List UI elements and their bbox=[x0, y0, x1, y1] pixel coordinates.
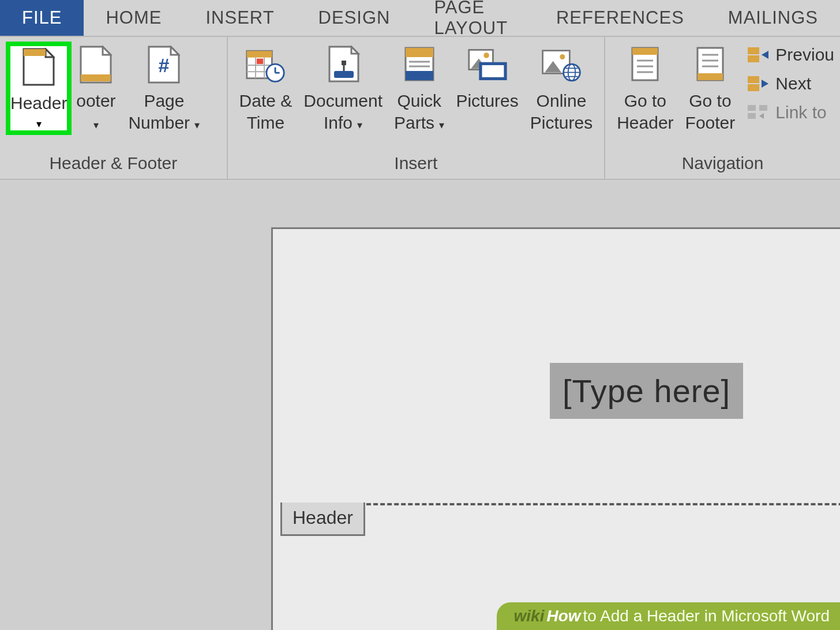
svg-rect-10 bbox=[247, 51, 272, 57]
svg-rect-5 bbox=[81, 74, 111, 81]
previous-button-label: Previou bbox=[775, 45, 834, 65]
ribbon-group-header-footer: Header ▾ ooter▾ bbox=[0, 37, 228, 179]
goto-footer-button[interactable]: Go toFooter bbox=[680, 42, 741, 136]
document-page[interactable]: [Type here] Header bbox=[271, 227, 840, 630]
next-icon bbox=[747, 75, 770, 92]
header-button-label: Header bbox=[10, 92, 67, 114]
link-to-icon bbox=[747, 104, 770, 121]
svg-rect-23 bbox=[342, 61, 346, 65]
goto-footer-icon bbox=[689, 44, 731, 85]
tab-mailings[interactable]: MAILINGS bbox=[706, 0, 840, 36]
ribbon-group-label-insert: Insert bbox=[228, 150, 605, 179]
svg-point-35 bbox=[560, 54, 565, 59]
pictures-button-label: Pictures bbox=[456, 90, 518, 112]
svg-rect-26 bbox=[406, 71, 433, 80]
svg-rect-15 bbox=[257, 59, 263, 64]
tab-home[interactable]: HOME bbox=[84, 0, 183, 36]
chevron-down-icon: ▾ bbox=[36, 118, 42, 130]
quick-parts-button-label: QuickParts ▾ bbox=[394, 90, 444, 133]
online-pictures-button-label: OnlinePictures bbox=[530, 90, 592, 133]
svg-marker-20 bbox=[351, 47, 358, 54]
svg-marker-1 bbox=[46, 49, 54, 57]
pictures-button[interactable]: Pictures bbox=[450, 42, 524, 114]
date-time-button[interactable]: Date &Time bbox=[234, 42, 298, 136]
tab-insert[interactable]: INSERT bbox=[183, 0, 296, 36]
document-info-icon bbox=[322, 44, 364, 85]
svg-marker-4 bbox=[103, 47, 111, 55]
next-button[interactable]: Next bbox=[747, 74, 834, 93]
watermark-wiki: wiki bbox=[514, 607, 545, 625]
ribbon-group-insert: Date &Time DocumentInfo ▾ bbox=[228, 37, 606, 179]
tab-design[interactable]: DESIGN bbox=[297, 0, 412, 36]
svg-rect-59 bbox=[759, 105, 767, 111]
link-to-button[interactable]: Link to bbox=[747, 103, 834, 122]
next-button-label: Next bbox=[775, 74, 811, 93]
quick-parts-button[interactable]: QuickParts ▾ bbox=[388, 42, 450, 136]
header-boundary-line bbox=[359, 503, 840, 505]
svg-marker-54 bbox=[762, 51, 768, 59]
svg-rect-56 bbox=[748, 84, 759, 91]
svg-rect-21 bbox=[334, 71, 354, 78]
wikihow-watermark: wikiHow to Add a Header in Microsoft Wor… bbox=[497, 602, 841, 630]
tab-references[interactable]: REFERENCES bbox=[534, 0, 706, 36]
ribbon-group-label-header-footer: Header & Footer bbox=[0, 150, 227, 179]
goto-header-icon bbox=[624, 44, 666, 85]
ribbon-group-label-navigation: Navigation bbox=[605, 150, 840, 179]
footer-button[interactable]: ooter▾ bbox=[69, 42, 122, 136]
svg-text:#: # bbox=[159, 54, 170, 76]
tab-page-layout[interactable]: PAGE LAYOUT bbox=[412, 0, 534, 36]
goto-footer-button-label: Go toFooter bbox=[685, 90, 736, 133]
ribbon-group-navigation: Go toHeader Go toFooter bbox=[605, 37, 840, 179]
tab-file[interactable]: FILE bbox=[0, 0, 84, 36]
footer-button-label: ooter▾ bbox=[76, 90, 115, 133]
header-section-tag: Header bbox=[280, 502, 365, 536]
goto-header-button[interactable]: Go toHeader bbox=[611, 42, 679, 136]
svg-point-30 bbox=[483, 52, 489, 58]
svg-rect-25 bbox=[406, 48, 433, 57]
svg-rect-53 bbox=[748, 55, 759, 62]
online-pictures-icon bbox=[541, 44, 582, 85]
highlight-header-button: Header ▾ bbox=[6, 42, 72, 135]
svg-marker-57 bbox=[762, 80, 768, 88]
page-number-button-label: PageNumber ▾ bbox=[128, 90, 200, 133]
svg-rect-43 bbox=[632, 48, 658, 55]
online-pictures-button[interactable]: OnlinePictures bbox=[524, 42, 598, 136]
ribbon: Header ▾ ooter▾ bbox=[0, 37, 840, 180]
goto-header-button-label: Go toHeader bbox=[617, 90, 673, 133]
header-icon bbox=[18, 46, 59, 88]
watermark-title: to Add a Header in Microsoft Word bbox=[583, 607, 830, 625]
svg-rect-60 bbox=[748, 113, 756, 119]
link-to-button-label: Link to bbox=[775, 103, 826, 122]
tab-bar: FILE HOME INSERT DESIGN PAGE LAYOUT REFE… bbox=[0, 0, 840, 37]
svg-rect-48 bbox=[697, 73, 723, 80]
previous-icon bbox=[747, 46, 770, 63]
document-info-button[interactable]: DocumentInfo ▾ bbox=[298, 42, 388, 136]
date-time-button-label: Date &Time bbox=[239, 90, 292, 133]
header-placeholder[interactable]: [Type here] bbox=[550, 363, 743, 419]
svg-rect-33 bbox=[482, 65, 504, 77]
page-number-button[interactable]: # PageNumber ▾ bbox=[122, 42, 205, 136]
page-number-icon: # bbox=[143, 44, 185, 85]
pictures-icon bbox=[467, 44, 508, 85]
header-button[interactable]: Header ▾ bbox=[10, 46, 67, 130]
svg-rect-58 bbox=[748, 105, 756, 111]
date-time-icon bbox=[245, 44, 286, 85]
svg-marker-7 bbox=[171, 47, 179, 55]
svg-rect-2 bbox=[24, 49, 46, 56]
document-canvas: [Type here] Header bbox=[0, 181, 840, 630]
previous-button[interactable]: Previou bbox=[747, 45, 834, 65]
watermark-how: How bbox=[546, 607, 580, 625]
svg-rect-52 bbox=[748, 47, 759, 54]
document-info-button-label: DocumentInfo ▾ bbox=[303, 90, 382, 133]
footer-icon bbox=[75, 44, 117, 85]
quick-parts-icon bbox=[399, 44, 440, 85]
svg-rect-55 bbox=[748, 76, 759, 83]
svg-marker-61 bbox=[759, 113, 764, 119]
